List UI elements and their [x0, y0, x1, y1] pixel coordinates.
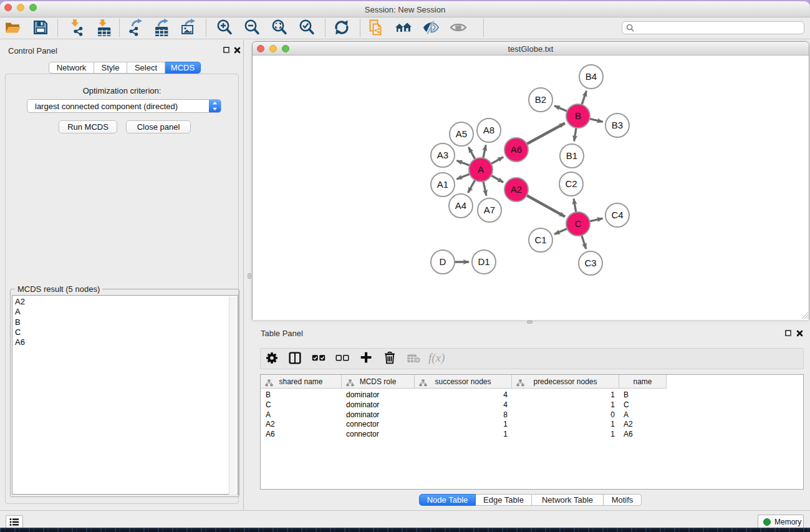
show-all-networks-button[interactable]	[394, 19, 413, 38]
mcds-result-item[interactable]: A	[15, 307, 25, 317]
table-cell[interactable]: 1	[512, 419, 619, 429]
node-A8[interactable]: A8	[477, 118, 501, 142]
zoom-selected-button[interactable]	[297, 19, 316, 38]
criterion-select[interactable]: largest connected component (directed)	[27, 99, 221, 113]
float-panel-icon[interactable]	[223, 47, 230, 54]
hide-selected-button[interactable]	[422, 19, 440, 38]
horizontal-divider-handle[interactable]	[527, 321, 533, 324]
table-cell[interactable]: 1	[415, 429, 512, 439]
search-input[interactable]	[636, 22, 801, 33]
delete-table-button[interactable]	[405, 351, 423, 368]
export-network-button[interactable]	[127, 19, 145, 38]
table-cell[interactable]: A2	[619, 419, 667, 429]
node-C4[interactable]: C4	[605, 203, 629, 227]
table-cell[interactable]: dominator	[342, 390, 415, 400]
tab-style[interactable]: Style	[94, 62, 127, 74]
zoom-fit-button[interactable]	[270, 19, 289, 38]
table-cell[interactable]: 1	[512, 400, 619, 410]
table-cell[interactable]: A2	[261, 419, 342, 429]
column-header-shared-name[interactable]: shared name	[261, 375, 342, 389]
function-builder-button[interactable]: f(x)	[429, 351, 446, 368]
table-settings-button[interactable]	[263, 351, 281, 368]
close-panel-icon[interactable]	[234, 47, 241, 54]
add-column-button[interactable]	[358, 351, 375, 368]
export-table-button[interactable]	[153, 19, 171, 38]
open-session-button[interactable]	[4, 19, 22, 38]
tab-motifs[interactable]: Motifs	[604, 494, 642, 506]
zoom-in-button[interactable]	[215, 19, 234, 38]
column-header-predecessor-nodes[interactable]: predecessor nodes	[512, 375, 619, 389]
column-header-MCDS-role[interactable]: MCDS role	[342, 375, 415, 389]
table-cell[interactable]: 4	[415, 390, 512, 400]
unselect-all-columns-button[interactable]	[334, 351, 351, 368]
search-field[interactable]	[622, 21, 804, 34]
export-image-button[interactable]	[180, 19, 198, 38]
table-cell[interactable]: 1	[512, 429, 619, 439]
table-cell[interactable]: dominator	[342, 410, 415, 420]
table-cell[interactable]: B	[619, 390, 667, 400]
node-A7[interactable]: A7	[478, 198, 501, 222]
table-cell[interactable]: connector	[342, 419, 415, 429]
node-B[interactable]: B	[566, 104, 590, 128]
table-cell[interactable]: A6	[619, 429, 667, 439]
tab-edge-table[interactable]: Edge Table	[476, 494, 532, 506]
node-D[interactable]: D	[431, 250, 455, 274]
split-table-button[interactable]	[286, 351, 304, 368]
import-network-button[interactable]	[65, 19, 84, 38]
import-table-button[interactable]	[93, 19, 112, 38]
table-cell[interactable]: 0	[512, 410, 619, 420]
column-header-name[interactable]: name	[619, 375, 667, 389]
table-cell[interactable]: 1	[512, 390, 619, 400]
network-canvas[interactable]: A A1 A2 A3 A4 A5 A6 A7 A8 B B1 B2 B3	[253, 56, 809, 320]
node-B1[interactable]: B1	[560, 144, 584, 168]
node-table[interactable]: shared name MCDS role successor nodes pr…	[260, 374, 804, 490]
mcds-result-item[interactable]: B	[15, 317, 25, 327]
table-cell[interactable]: A6	[261, 429, 342, 439]
float-table-panel-icon[interactable]	[785, 330, 792, 337]
table-cell[interactable]: A	[619, 410, 667, 420]
save-session-button[interactable]	[31, 19, 50, 38]
mcds-result-item[interactable]: C	[15, 327, 25, 337]
delete-column-button[interactable]	[382, 351, 399, 368]
table-cell[interactable]: 1	[415, 419, 512, 429]
panel-menu-button[interactable]	[6, 515, 23, 528]
run-mcds-button[interactable]: Run MCDS	[59, 120, 117, 133]
vertical-divider-handle[interactable]	[248, 273, 251, 279]
resize-grip-icon[interactable]	[800, 311, 808, 319]
node-A6[interactable]: A6	[504, 138, 528, 162]
table-cell[interactable]: C	[261, 400, 342, 410]
mcds-result-list[interactable]: A2ABCA6	[12, 295, 238, 495]
mcds-result-item[interactable]: A6	[15, 337, 25, 347]
table-cell[interactable]: B	[261, 390, 342, 400]
table-cell[interactable]: A	[261, 410, 342, 420]
node-A3[interactable]: A3	[431, 143, 455, 167]
tab-mcds[interactable]: MCDS	[165, 62, 201, 74]
node-B3[interactable]: B3	[605, 114, 629, 137]
tab-network-table[interactable]: Network Table	[532, 494, 604, 506]
mcds-result-item[interactable]: A2	[15, 297, 25, 307]
node-A5[interactable]: A5	[450, 122, 473, 146]
refresh-button[interactable]	[332, 19, 351, 38]
zoom-out-button[interactable]	[243, 19, 261, 38]
tab-select[interactable]: Select	[127, 62, 165, 74]
node-D1[interactable]: D1	[472, 250, 496, 274]
node-C3[interactable]: C3	[579, 251, 602, 275]
mcds-result-scrollbar[interactable]	[229, 296, 237, 495]
show-selected-button[interactable]	[449, 19, 468, 38]
tab-network[interactable]: Network	[49, 62, 94, 74]
node-C[interactable]: C	[566, 212, 590, 236]
close-panel-button[interactable]: Close panel	[126, 120, 191, 133]
column-header-successor-nodes[interactable]: successor nodes	[415, 375, 512, 389]
table-cell[interactable]: 8	[415, 410, 512, 420]
node-A[interactable]: A	[469, 158, 493, 181]
table-cell[interactable]: C	[619, 400, 667, 410]
select-all-columns-button[interactable]	[310, 351, 327, 368]
node-A4[interactable]: A4	[449, 194, 473, 218]
node-B4[interactable]: B4	[579, 65, 603, 89]
duplicate-network-button[interactable]	[367, 19, 385, 38]
node-A1[interactable]: A1	[431, 173, 455, 196]
node-C2[interactable]: C2	[559, 172, 583, 196]
close-table-panel-icon[interactable]	[796, 330, 803, 337]
node-C1[interactable]: C1	[529, 228, 552, 252]
node-B2[interactable]: B2	[529, 88, 552, 112]
